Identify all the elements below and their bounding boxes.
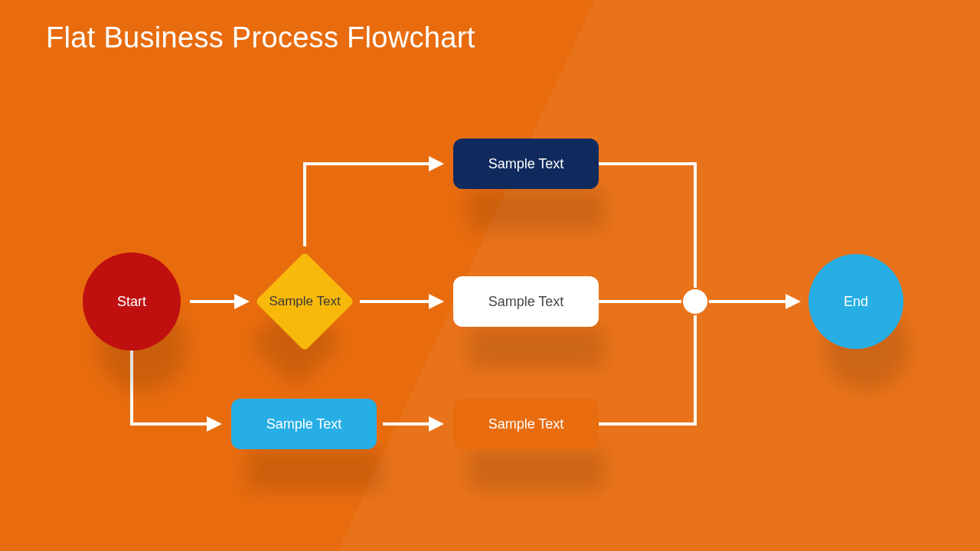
process-white-label: Sample Text <box>488 294 564 310</box>
junction-node <box>683 289 707 314</box>
process-orange: Sample Text <box>453 399 599 449</box>
arrow-start-to-cyan <box>132 350 219 424</box>
process-navy-label: Sample Text <box>488 156 564 172</box>
end-node: End <box>808 254 903 349</box>
start-node: Start <box>83 253 181 350</box>
arrow-decision-to-navy <box>305 164 441 246</box>
line-orange-to-junction <box>599 315 695 424</box>
slide-title: Flat Business Process Flowchart <box>46 21 475 54</box>
start-label: Start <box>117 294 146 310</box>
decision-node: Sample Text <box>259 256 351 347</box>
decision-label: Sample Text <box>269 294 340 309</box>
end-label: End <box>844 294 868 310</box>
flowchart-slide: Flat Business Process Flowchart Start <box>0 0 980 551</box>
line-navy-to-junction <box>599 164 695 288</box>
process-cyan-label: Sample Text <box>266 416 342 432</box>
process-cyan: Sample Text <box>231 399 377 449</box>
process-navy: Sample Text <box>453 139 599 189</box>
process-white: Sample Text <box>453 276 599 327</box>
process-orange-label: Sample Text <box>488 416 564 432</box>
